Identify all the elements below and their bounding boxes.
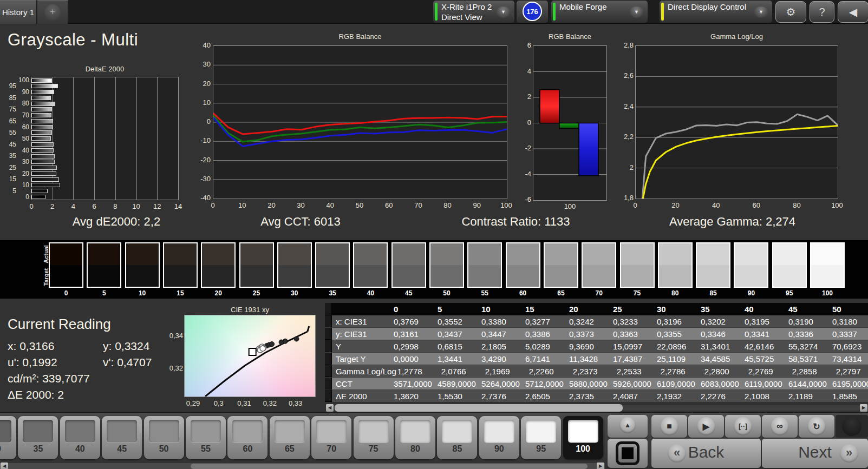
table-cell: 5926,0000: [612, 378, 656, 389]
swatch-level-label: 20: [201, 289, 236, 297]
patch-button-95[interactable]: 95: [521, 416, 561, 459]
repeat-section-button[interactable]: [··]: [725, 415, 761, 438]
column-header: 15: [524, 303, 568, 315]
patch-label: 70: [311, 444, 351, 454]
table-row[interactable]: ΔE 20001,36201,55302,73762,65052,37352,4…: [325, 390, 868, 402]
grayscale-swatch: [429, 242, 464, 288]
patch-list-up-button[interactable]: ▲: [608, 415, 648, 438]
x-axis-label: 80: [440, 201, 456, 209]
table-cell: 70,6923: [831, 340, 868, 352]
x-axis-label: 60: [748, 201, 765, 209]
table-row[interactable]: Y0,29980,68152,18055,02899,369015,099722…: [325, 340, 868, 353]
stat-avg-de2000: Avg dE2000: 2,2: [32, 215, 200, 229]
patch-button-50[interactable]: 50: [144, 416, 184, 459]
swatch-target: [354, 265, 387, 287]
table-cell: 3571,0000: [393, 378, 436, 389]
swatch-level-label: 50: [429, 289, 464, 297]
patch-button-55[interactable]: 55: [186, 416, 226, 459]
y-axis-label: 6: [517, 41, 531, 49]
swatch-level-label: 15: [163, 289, 198, 297]
table-row[interactable]: Gamma Log/Log1,27782,07662,19692,22602,2…: [325, 365, 868, 378]
table-row[interactable]: CCT3571,00004589,00005264,00005712,00005…: [325, 378, 868, 390]
settings-button[interactable]: ⚙: [775, 1, 806, 23]
swatch-actual: [126, 243, 159, 265]
patch-button-30[interactable]: 30: [0, 416, 16, 459]
patch-button-65[interactable]: 65: [270, 416, 310, 459]
gamma-chart: Gamma Log/Log 2,82,62,42,221,80204060801…: [617, 32, 868, 214]
x-axis-label: 0: [205, 201, 221, 209]
patch-button-90[interactable]: 90: [479, 416, 519, 459]
collapse-panel-button[interactable]: ◀: [838, 1, 868, 23]
play-button[interactable]: ▶: [688, 415, 724, 438]
table-cell: 31,3401: [700, 340, 743, 352]
table-cell: 25,1109: [656, 353, 700, 365]
patch-button-40[interactable]: 40: [60, 416, 100, 459]
display-name: Direct Display Control: [668, 2, 746, 11]
patch-button-85[interactable]: 85: [437, 416, 477, 459]
table-scrollbar-thumb[interactable]: [335, 404, 623, 412]
table-cell: 42,6146: [743, 340, 787, 352]
row-label: CCT: [332, 378, 393, 389]
deltae-bar: [31, 125, 53, 129]
table-cell: 6083,0000: [700, 378, 743, 389]
grayscale-swatch: [239, 242, 274, 288]
stop-icon: ■: [660, 417, 678, 435]
swatch-actual: [430, 243, 463, 265]
back-button[interactable]: « Back: [651, 439, 761, 468]
y-axis-label: 0: [195, 117, 211, 125]
meter-count-badge: 176: [523, 2, 542, 21]
next-button[interactable]: Next »: [762, 439, 868, 468]
stat-avg-cct: Avg CCT: 6013: [217, 215, 384, 229]
y-axis-label: 10: [195, 98, 211, 107]
display-control-dropdown[interactable]: Direct Display Control ▼: [660, 1, 772, 23]
patch-label: 55: [186, 444, 226, 454]
new-tab-button[interactable]: +: [37, 0, 68, 24]
y-axis-label: 2,6: [617, 71, 634, 80]
patch-scroll-left-button[interactable]: ◀: [1, 463, 8, 469]
source-dropdown[interactable]: Mobile Forge ▼: [551, 1, 648, 23]
double-chevron-right-icon: »: [840, 444, 858, 463]
table-cell: 0,3373: [568, 328, 612, 340]
patch-button-75[interactable]: 75: [354, 416, 394, 459]
swatch-target: [278, 265, 311, 287]
table-cell: 2,2800: [703, 365, 747, 377]
deltae-bar: [31, 171, 56, 176]
swatch-target: [430, 265, 463, 287]
grayscale-swatch: [544, 242, 578, 288]
patch-scroll-right-button[interactable]: ▶: [597, 463, 604, 469]
tab-history-1[interactable]: History 1: [0, 0, 37, 24]
patch-button-80[interactable]: 80: [395, 416, 435, 459]
meter-dropdown[interactable]: X-Rite i1Pro 2Direct View ▼: [433, 1, 514, 23]
meter-count-button[interactable]: 176: [517, 1, 548, 23]
table-scroll-left-button[interactable]: ◀: [326, 404, 334, 412]
table-row[interactable]: y: CIE310,31610,34370,34470,33860,33730,…: [325, 328, 868, 340]
stop-button[interactable]: ■: [651, 415, 687, 438]
patch-button-60[interactable]: 60: [227, 416, 267, 459]
deltae-bar: [31, 195, 45, 199]
table-cell: 6119,0000: [743, 378, 787, 389]
dark-circle-icon: [842, 417, 862, 436]
x-axis-label: 30: [293, 201, 309, 209]
swatch-actual: [240, 243, 273, 265]
patch-window-button[interactable]: [608, 439, 648, 468]
table-cell: 4589,0000: [436, 378, 480, 389]
table-row[interactable]: Target Y0,00001,34413,42906,714111,34281…: [325, 353, 868, 365]
refresh-button[interactable]: ↻: [799, 415, 834, 438]
continuous-read-button[interactable]: ∞: [762, 415, 798, 438]
help-button[interactable]: ?: [810, 1, 834, 23]
patch-button-70[interactable]: 70: [311, 416, 351, 459]
table-scroll-right-button[interactable]: ▶: [860, 404, 867, 412]
swatch-target: [126, 265, 159, 287]
patch-button-45[interactable]: 45: [102, 416, 142, 459]
swatch-target: [468, 265, 501, 287]
table-cell: 22,0896: [656, 340, 700, 352]
table-cell: 34,4585: [700, 353, 743, 365]
table-row[interactable]: x: CIE310,37690,35520,33800,32770,32420,…: [325, 315, 868, 328]
table-cell: 17,4387: [612, 353, 656, 365]
patch-scrollbar-thumb[interactable]: [191, 464, 588, 469]
patch-button-35[interactable]: 35: [18, 416, 58, 459]
patch-swatch: [400, 420, 430, 442]
reading-x: x: 0,3166: [8, 340, 54, 353]
row-gutter: [325, 328, 332, 340]
patch-button-100[interactable]: 100: [563, 416, 603, 459]
